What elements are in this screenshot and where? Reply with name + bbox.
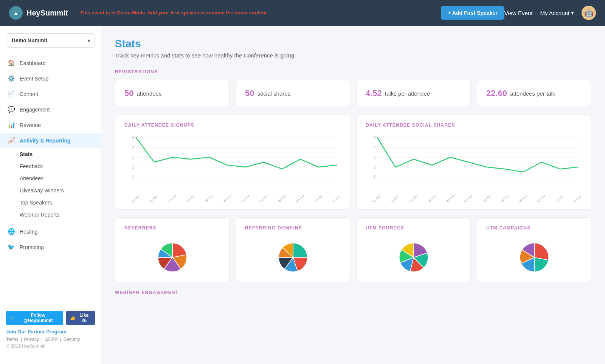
stat-card: 50attendees <box>115 80 230 107</box>
daily-signups-title: DAILY ATTENDEE SIGNUPS <box>124 122 341 128</box>
stat-number: 22.60 <box>486 88 507 98</box>
svg-text:28th Mar: 28th Mar <box>535 194 546 202</box>
twitter-icon: 🐦 <box>10 315 16 321</box>
svg-text:9th Mar: 9th Mar <box>149 194 158 202</box>
svg-text:15th Mar: 15th Mar <box>444 194 455 202</box>
main-content: Stats Track key metrics and stats to see… <box>101 26 605 364</box>
svg-text:30th Mar: 30th Mar <box>312 194 323 202</box>
view-event-link[interactable]: View Event <box>504 10 533 16</box>
security-link[interactable]: Security <box>64 337 80 342</box>
daily-charts-row: DAILY ATTENDEE SIGNUPS 123457th Mar9th M… <box>115 115 591 210</box>
svg-text:21st Mar: 21st Mar <box>481 194 492 202</box>
sidebar-item-revenue[interactable]: 📊Revenue <box>0 117 101 133</box>
svg-text:5: 5 <box>132 136 135 140</box>
chevron-down-icon: ▾ <box>571 9 574 16</box>
event-selector-wrapper: Demo Summit ▾ <box>6 33 95 48</box>
page-subtitle: Track key metrics and stats to see how h… <box>115 52 591 59</box>
top-navigation: ▲ HeySummit This event is in Demo Mode. … <box>0 0 605 26</box>
stat-label: attendees per talk <box>510 90 555 97</box>
demo-message: This event is in Demo Mode. Add your fir… <box>80 9 433 16</box>
svg-text:1: 1 <box>374 175 376 179</box>
gdpr-link[interactable]: GDPR <box>45 337 58 342</box>
like-facebook-button[interactable]: 👍 Like 26 <box>66 311 95 325</box>
svg-text:7th Mar: 7th Mar <box>130 194 140 202</box>
svg-text:23rd Mar: 23rd Mar <box>499 194 510 202</box>
facebook-icon: 👍 <box>70 315 76 321</box>
sub-navigation: StatsFeedbackAttendeesGiveaway WinnersTo… <box>0 148 101 221</box>
revenue-icon: 📊 <box>8 121 15 129</box>
svg-text:25th Mar: 25th Mar <box>276 194 287 202</box>
svg-text:19th Mar: 19th Mar <box>462 194 473 202</box>
sidebar-item-dashboard[interactable]: 🏠Dashboard <box>0 55 101 71</box>
svg-text:11th Mar: 11th Mar <box>408 194 419 202</box>
sub-nav-item-stats[interactable]: Stats <box>20 148 101 160</box>
pie-title-utm-sources: UTM SOURCES <box>366 225 404 231</box>
privacy-link[interactable]: Privacy <box>24 337 39 342</box>
follow-twitter-button[interactable]: 🐦 Follow @HeySummit <box>6 311 63 325</box>
stat-number: 50 <box>124 88 133 98</box>
pie-title-utm-campaigns: UTM CAMPAIGNS <box>486 225 531 231</box>
svg-text:3: 3 <box>132 155 135 160</box>
stat-label: social shares <box>257 90 290 97</box>
sub-nav-item-feedback[interactable]: Feedback <box>20 160 101 172</box>
svg-text:5: 5 <box>374 136 376 140</box>
pie-card-referrers: REFERRERS <box>115 217 230 282</box>
topnav-right: View Event My Account ▾ 🤖 <box>504 6 596 20</box>
svg-text:7th Mar: 7th Mar <box>372 194 382 202</box>
nav-items: 🏠Dashboard⚙️Event Setup📄Content💬Engageme… <box>0 55 101 148</box>
stat-number: 50 <box>245 88 254 98</box>
footer-links: Terms | Privacy | GDPR | Security <box>6 337 95 342</box>
partner-program-link[interactable]: Join Our Partner Program <box>6 329 95 335</box>
terms-link[interactable]: Terms <box>6 337 19 342</box>
sidebar-item-event-setup[interactable]: ⚙️Event Setup <box>0 71 101 86</box>
sidebar-item-content[interactable]: 📄Content <box>0 86 101 102</box>
svg-text:2: 2 <box>374 165 376 169</box>
svg-text:13th Mar: 13th Mar <box>185 194 195 202</box>
promoting-icon: 🐦 <box>8 243 15 251</box>
event-setup-icon: ⚙️ <box>8 75 15 82</box>
avatar[interactable]: 🤖 <box>582 6 596 20</box>
sidebar: Demo Summit ▾ 🏠Dashboard⚙️Event Setup📄Co… <box>0 26 101 364</box>
stat-card: 22.60attendees per talk <box>477 80 591 107</box>
pie-chart-utm-campaigns <box>486 240 582 274</box>
daily-signups-chart: 123457th Mar9th Mar11th Mar13th Mar15th … <box>124 134 341 202</box>
sub-nav-item-giveaway-winners[interactable]: Giveaway Winners <box>20 184 101 197</box>
svg-text:21st Mar: 21st Mar <box>239 194 250 202</box>
svg-text:15th Mar: 15th Mar <box>203 194 214 202</box>
pie-card-utm-sources: UTM SOURCES <box>356 217 471 282</box>
sub-nav-item-webinar-reports[interactable]: Webinar Reports <box>20 209 101 221</box>
my-account-menu[interactable]: My Account ▾ <box>540 9 574 16</box>
sidebar-item-promoting[interactable]: 🐦 Promoting <box>0 239 101 255</box>
sidebar-item-activity-reporting[interactable]: 📈Activity & Reporting <box>0 133 101 148</box>
activity-reporting-icon: 📈 <box>8 137 15 144</box>
social-buttons: 🐦 Follow @HeySummit 👍 Like 26 <box>6 311 95 325</box>
svg-text:2: 2 <box>132 165 135 169</box>
stat-card: 50social shares <box>236 80 350 107</box>
stat-card: 4.52talks per attendee <box>356 80 471 107</box>
daily-signups-chart-card: DAILY ATTENDEE SIGNUPS 123457th Mar9th M… <box>115 115 350 210</box>
event-selector[interactable]: Demo Summit <box>6 33 95 48</box>
svg-text:1: 1 <box>132 175 135 179</box>
svg-text:4: 4 <box>132 146 135 150</box>
pie-title-referring-domains: REFERRING DOMAINS <box>245 225 302 231</box>
svg-text:28th Mar: 28th Mar <box>294 194 305 202</box>
pie-card-referring-domains: REFERRING DOMAINS <box>236 217 350 282</box>
svg-text:9th Mar: 9th Mar <box>390 194 400 202</box>
logo-icon: ▲ <box>9 6 23 20</box>
svg-text:3rd Apr: 3rd Apr <box>331 195 341 202</box>
daily-social-title: DAILY ATTENDEE SOCIAL SHARES <box>366 122 582 128</box>
svg-text:4: 4 <box>374 146 376 150</box>
page-title: Stats <box>115 38 591 50</box>
sub-nav-item-top-speakers[interactable]: Top Speakers <box>20 197 101 209</box>
svg-text:30th Mar: 30th Mar <box>554 194 565 202</box>
sidebar-item-engagement[interactable]: 💬Engagement <box>0 102 101 117</box>
pie-chart-referring-domains <box>245 240 341 274</box>
svg-text:11th Mar: 11th Mar <box>166 194 177 202</box>
stat-label: talks per attendee <box>385 90 430 97</box>
sidebar-item-hosting[interactable]: 🌐 Hosting <box>0 224 101 239</box>
add-first-speaker-button[interactable]: + Add First Speaker <box>441 6 504 20</box>
svg-text:3: 3 <box>374 155 376 160</box>
pie-charts-row: REFERRERSREFERRING DOMAINSUTM SOURCESUTM… <box>115 217 591 282</box>
registrations-section-label: REGISTRATIONS <box>115 69 591 74</box>
sub-nav-item-attendees[interactable]: Attendees <box>20 172 101 184</box>
